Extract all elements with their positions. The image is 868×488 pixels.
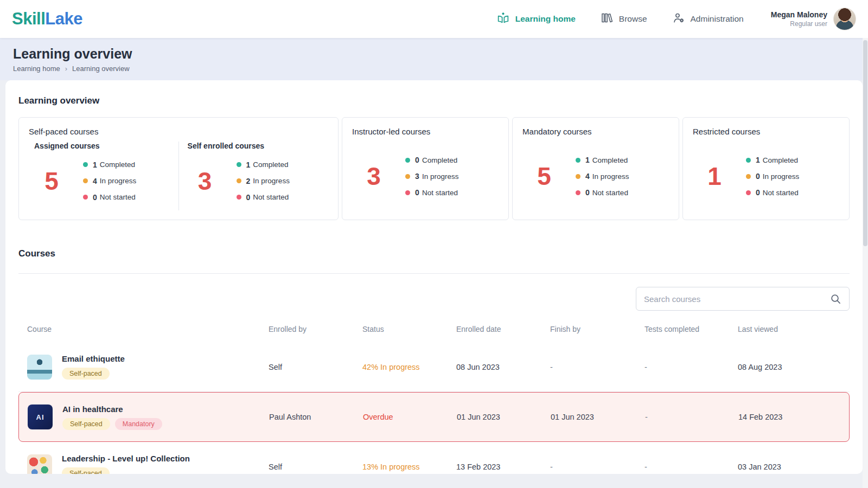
completed-dot-icon: [405, 158, 410, 163]
stat-card-mandatory: Mandatory courses 5 1Completed 4In progr…: [512, 117, 679, 220]
sub-section-title: Self enrolled courses: [188, 142, 329, 150]
breadcrumb-learning-home[interactable]: Learning home: [13, 65, 60, 73]
tests-completed-cell: -: [644, 363, 738, 371]
self-paced-badge: Self-paced: [62, 467, 110, 474]
mandatory-badge: Mandatory: [115, 418, 162, 430]
administration-icon: [672, 11, 685, 27]
legend-completed: 0Completed: [405, 156, 458, 164]
brand-logo[interactable]: SkillLake: [12, 9, 82, 29]
finish-by-cell: -: [550, 463, 644, 471]
status-cell: 13% In progress: [362, 463, 456, 471]
user-role: Regular user: [771, 20, 827, 28]
status-cell: Overdue: [363, 413, 457, 421]
breadcrumb-learning-overview: Learning overview: [72, 65, 130, 73]
course-name[interactable]: AI in healthcare: [62, 404, 162, 414]
course-name[interactable]: Leadership - Level up! Collection: [62, 454, 190, 463]
not-started-dot-icon: [405, 190, 410, 195]
vertical-divider: [178, 142, 179, 210]
nav-item-browse[interactable]: Browse: [601, 11, 647, 27]
restricted-total: 1: [697, 162, 732, 191]
legend-completed: 1Completed: [237, 160, 290, 169]
browse-icon: [601, 11, 614, 27]
course-thumbnail: AI: [28, 404, 53, 429]
in-progress-dot-icon: [405, 174, 410, 179]
page-header: Learning overview Learning home › Learni…: [0, 38, 868, 80]
in-progress-dot-icon: [576, 174, 580, 179]
not-started-dot-icon: [237, 195, 241, 200]
assigned-courses-section: Assigned courses 5 1Completed 4In progre…: [29, 142, 175, 210]
assigned-total: 5: [34, 166, 69, 196]
avatar[interactable]: [833, 8, 856, 30]
legend-in-progress: 3In progress: [405, 172, 458, 181]
legend-completed: 1Completed: [83, 160, 136, 169]
nav-item-label: Administration: [691, 14, 744, 24]
stat-card-instructor-led: Instructor-led courses 3 0Completed 3In …: [342, 117, 509, 220]
tests-completed-cell: -: [645, 413, 738, 421]
divider: [18, 273, 850, 274]
nav-item-label: Browse: [619, 14, 647, 24]
course-thumbnail: [27, 355, 52, 380]
legend-not-started: 0Not started: [405, 188, 458, 197]
self-paced-badge: Self-paced: [62, 418, 110, 430]
course-name[interactable]: Email ethiquette: [62, 354, 125, 363]
table-row[interactable]: Email ethiquette Self-paced Self 42% In …: [18, 342, 850, 392]
last-viewed-cell: 03 Jan 2023: [738, 463, 850, 471]
column-header-tests-completed: Tests completed: [644, 325, 738, 333]
nav-item-administration[interactable]: Administration: [672, 11, 744, 27]
in-progress-dot-icon: [237, 178, 241, 183]
column-header-finish-by: Finish by: [550, 325, 644, 333]
user-menu[interactable]: Megan Maloney Regular user: [771, 8, 856, 30]
last-viewed-cell: 14 Feb 2023: [738, 413, 849, 421]
user-name: Megan Maloney: [771, 10, 827, 19]
stat-card-self-paced: Self-paced courses Assigned courses 5 1C…: [18, 117, 339, 220]
stat-card-title: Restricted courses: [693, 127, 839, 136]
legend-completed: 1Completed: [746, 156, 799, 164]
course-thumbnail: [27, 454, 52, 474]
page-title: Learning overview: [13, 46, 855, 62]
legend-not-started: 0Not started: [746, 188, 799, 197]
enrolled-date-cell: 13 Feb 2023: [456, 463, 550, 471]
self-enrolled-courses-section: Self enrolled courses 3 1Completed 2In p…: [182, 142, 329, 210]
search-input[interactable]: [644, 294, 830, 304]
legend-not-started: 0Not started: [83, 193, 136, 202]
stat-card-restricted: Restricted courses 1 1Completed 0In prog…: [682, 117, 850, 220]
finish-by-cell: 01 Jun 2023: [551, 413, 645, 421]
sub-section-title: Assigned courses: [34, 142, 175, 150]
table-row[interactable]: AI AI in healthcare Self-paced Mandatory…: [18, 392, 850, 442]
search-icon[interactable]: [830, 293, 841, 305]
completed-dot-icon: [83, 162, 88, 167]
stat-card-title: Instructor-led courses: [352, 127, 499, 136]
mandatory-total: 5: [527, 162, 561, 191]
column-header-course: Course: [27, 325, 269, 333]
brand-skill: Skill: [12, 9, 45, 28]
scrollbar[interactable]: [863, 38, 868, 488]
status-cell: 42% In progress: [362, 363, 456, 371]
tests-completed-cell: -: [644, 463, 738, 471]
column-header-last-viewed: Last viewed: [738, 325, 850, 333]
table-header: Course Enrolled by Status Enrolled date …: [18, 311, 850, 342]
not-started-dot-icon: [576, 190, 580, 195]
finish-by-cell: -: [550, 363, 644, 371]
enrolled-by-cell: Self: [269, 463, 362, 471]
self-enrolled-total: 3: [188, 166, 222, 196]
overview-section-title: Learning overview: [18, 95, 850, 106]
main-content-card: Learning overview Self-paced courses Ass…: [5, 80, 863, 474]
nav-item-label: Learning home: [515, 14, 576, 24]
in-progress-dot-icon: [83, 178, 88, 183]
legend-completed: 1Completed: [576, 156, 629, 164]
enrolled-date-cell: 01 Jun 2023: [457, 413, 551, 421]
learning-home-icon: [496, 11, 510, 27]
self-paced-badge: Self-paced: [62, 368, 110, 380]
column-header-enrolled-date: Enrolled date: [456, 325, 550, 333]
completed-dot-icon: [237, 162, 241, 167]
column-header-status: Status: [362, 325, 456, 333]
completed-dot-icon: [576, 158, 580, 163]
stat-card-title: Self-paced courses: [29, 127, 328, 136]
legend-not-started: 0Not started: [576, 188, 629, 197]
table-row[interactable]: Leadership - Level up! Collection Self-p…: [18, 442, 850, 474]
brand-lake: Lake: [45, 9, 82, 28]
nav-item-learning-home[interactable]: Learning home: [496, 11, 576, 27]
legend-in-progress: 4In progress: [576, 172, 629, 181]
scrollbar-thumb[interactable]: [863, 40, 867, 246]
breadcrumb-separator: ›: [65, 65, 67, 73]
